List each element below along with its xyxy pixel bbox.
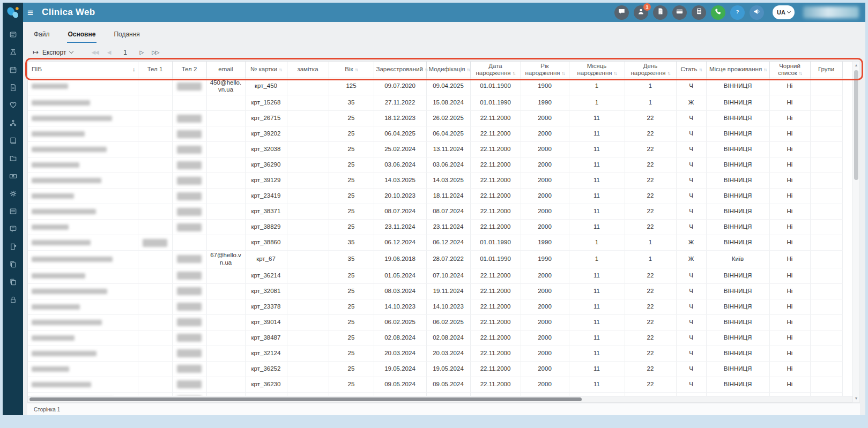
tab-view[interactable]: Подання — [113, 28, 140, 43]
table-row[interactable]: 67@hello.vn.uaкрт_673519.06.201828.07.20… — [28, 251, 842, 268]
phone-button[interactable] — [711, 5, 725, 20]
column-header-reg[interactable]: Зареєстрований↑↓ — [374, 62, 426, 78]
sort-desc-icon[interactable]: ↓ — [132, 66, 136, 73]
table-row[interactable]: крт_383712508.07.202408.07.202422.11.200… — [28, 204, 842, 220]
payment-card-button[interactable] — [672, 5, 687, 20]
sort-icon[interactable]: ↑↓ — [763, 67, 766, 72]
cell-tel1 — [138, 377, 172, 392]
cell-reg: 20.10.2023 — [374, 189, 426, 204]
table-row[interactable]: крт_388603506.12.202406.12.202401.01.199… — [28, 235, 842, 251]
sidebar-item-settings[interactable] — [3, 186, 23, 204]
table-row[interactable]: крт_362302509.05.202409.05.202422.11.200… — [28, 377, 842, 392]
sidebar-item-list[interactable] — [3, 204, 23, 221]
sort-icon[interactable]: ↑↓ — [667, 71, 670, 76]
sidebar-item-calendar[interactable] — [3, 62, 23, 80]
table-row[interactable]: крт_321242520.03.202420.03.202422.11.200… — [28, 346, 842, 361]
column-header-sex[interactable]: Стать↑↓ — [676, 62, 706, 78]
menu-icon[interactable]: ≡ — [27, 7, 33, 18]
profile-button[interactable]: 1 — [634, 5, 648, 20]
sidebar-item-folder[interactable] — [3, 151, 23, 168]
sort-icon[interactable]: ↑↓ — [799, 71, 802, 76]
sidebar-item-cash[interactable] — [3, 168, 23, 186]
sort-icon[interactable]: ↑↓ — [699, 67, 701, 72]
cell-tel2 — [172, 95, 206, 111]
horizontal-scrollbar[interactable] — [28, 396, 852, 402]
prev-page-button[interactable]: ◀ — [107, 49, 111, 55]
column-header-mod[interactable]: Модифікація↑↓ — [426, 62, 470, 78]
sidebar-item-care[interactable] — [3, 97, 23, 115]
help-button[interactable]: ? — [730, 5, 745, 20]
first-page-button[interactable]: ◀◀ — [91, 49, 98, 55]
column-header-tel1[interactable]: Тел 1 — [138, 62, 172, 78]
sidebar-item-share[interactable] — [3, 115, 23, 133]
cell-note — [287, 361, 329, 377]
cell-black: Ні — [769, 314, 810, 330]
table-row[interactable]: крт_362522519.05.202419.05.202422.11.200… — [28, 361, 842, 377]
column-header-tel2[interactable]: Тел 2 — [172, 62, 206, 78]
sidebar-item-doc-export[interactable] — [3, 239, 23, 257]
scroll-down-icon[interactable]: ▼ — [853, 395, 859, 402]
last-page-button[interactable]: ▷▷ — [152, 49, 159, 55]
cell-sex: Ч — [676, 377, 706, 392]
sidebar-item-lock[interactable] — [3, 292, 23, 310]
page-number[interactable]: 1 — [119, 49, 131, 56]
table-row[interactable]: крт_391292514.03.202514.03.202522.11.200… — [28, 173, 842, 189]
scroll-up-icon[interactable]: ▲ — [853, 62, 859, 69]
column-header-groups[interactable]: Групи — [810, 62, 842, 78]
table-row[interactable]: крт_152683527.11.202215.08.202401.01.199… — [28, 95, 842, 111]
calculator-button[interactable] — [692, 5, 706, 20]
column-header-note[interactable]: замітка — [287, 62, 329, 78]
sidebar-item-id-card[interactable] — [3, 27, 23, 44]
table-row[interactable]: крт_388292523.11.202423.11.202422.11.200… — [28, 220, 842, 235]
column-header-pib[interactable]: ПІБ↓ — [28, 62, 138, 78]
column-header-bmonth[interactable]: Місяць народження↑↓ — [569, 62, 625, 78]
sidebar-item-flask[interactable] — [3, 44, 23, 62]
table-row[interactable]: крт_392022506.04.202506.04.202522.11.200… — [28, 126, 842, 142]
next-page-button[interactable]: ▷ — [139, 49, 143, 55]
tab-main[interactable]: Основне — [67, 28, 97, 43]
cell-card: крт_39014 — [245, 314, 287, 330]
column-header-place[interactable]: Місце проживання↑↓ — [706, 62, 769, 78]
column-header-byear[interactable]: Рік народження↑↓ — [521, 62, 569, 78]
sort-icon[interactable]: ↑↓ — [513, 71, 515, 76]
cell-byear: 2000 — [521, 220, 569, 235]
sort-icon[interactable]: ↑↓ — [614, 71, 617, 76]
table-row[interactable]: 450@hello.vn.uaкрт_45012509.07.202009.04… — [28, 78, 842, 95]
chat-button[interactable] — [614, 5, 629, 20]
column-header-black[interactable]: Чорний список↑↓ — [769, 62, 810, 78]
table-row[interactable]: крт_384872502.08.202402.08.202422.11.200… — [28, 330, 842, 346]
header-actions: 1? — [614, 5, 764, 20]
sidebar-item-chat-note[interactable] — [3, 221, 23, 239]
table-row[interactable]: крт_320812508.03.202419.11.202422.11.200… — [28, 283, 842, 299]
vertical-scroll-thumb[interactable] — [854, 70, 858, 180]
table-row[interactable]: крт_362142501.05.202407.10.202422.11.200… — [28, 268, 842, 283]
user-name-redacted[interactable] — [803, 6, 859, 18]
column-header-age[interactable]: Вік↑↓ — [329, 62, 374, 78]
vertical-scrollbar[interactable]: ▲ ▼ — [852, 61, 860, 403]
sort-icon[interactable]: ↑↓ — [562, 71, 565, 76]
language-selector[interactable]: UA — [773, 5, 795, 19]
sort-icon[interactable]: ↑↓ — [279, 67, 281, 72]
column-header-bday[interactable]: День народження↑↓ — [625, 62, 676, 78]
table-row[interactable]: крт_267152518.12.202326.02.202522.11.200… — [28, 111, 842, 126]
horizontal-scroll-thumb[interactable] — [29, 397, 582, 401]
column-header-email[interactable]: email — [206, 62, 245, 78]
table-row[interactable]: крт_320382525.02.202413.11.202422.11.200… — [28, 142, 842, 157]
sidebar-item-duplicate[interactable] — [3, 274, 23, 292]
sort-icon[interactable]: ↑↓ — [355, 67, 358, 72]
export-button[interactable]: ↦ Експорт — [33, 48, 73, 56]
sidebar-item-copy[interactable] — [3, 257, 23, 274]
column-header-bdate[interactable]: Дата народження↑↓ — [470, 62, 521, 78]
table-row[interactable]: крт_362902503.06.202403.06.202422.11.200… — [28, 157, 842, 173]
column-header-card[interactable]: № картки↑↓ — [245, 62, 287, 78]
sort-icon[interactable]: ↑↓ — [425, 67, 427, 72]
sidebar-item-book[interactable] — [3, 133, 23, 151]
tab-file[interactable]: Файл — [33, 28, 51, 43]
table-row[interactable]: крт_233782514.10.202314.10.202322.11.200… — [28, 299, 842, 314]
pdf-button[interactable] — [653, 5, 667, 20]
sort-icon[interactable]: ↑↓ — [467, 67, 470, 72]
announcement-button[interactable] — [750, 5, 764, 20]
sidebar-item-document[interactable] — [3, 80, 23, 97]
table-row[interactable]: крт_234192520.10.202318.11.202422.11.200… — [28, 189, 842, 204]
table-row[interactable]: крт_390142506.02.202506.02.202522.11.200… — [28, 314, 842, 330]
